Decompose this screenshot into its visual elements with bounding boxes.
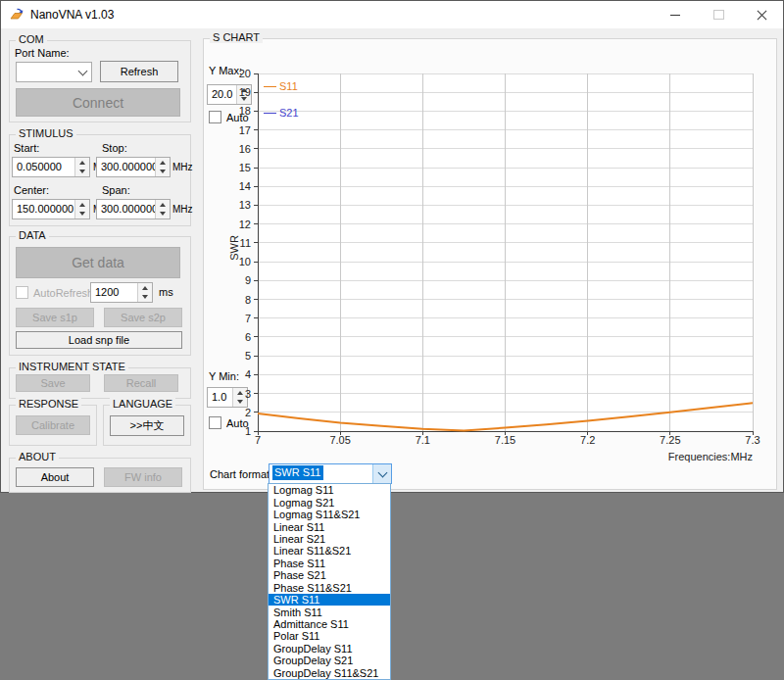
- y-min-spinner[interactable]: 1.0: [207, 387, 248, 408]
- close-icon: [757, 10, 767, 21]
- save-state-button[interactable]: Save: [16, 374, 90, 392]
- y-axis-tick-label: 14: [239, 180, 251, 192]
- refresh-button[interactable]: Refresh: [100, 61, 178, 82]
- chart-format-option[interactable]: Phase S11&S21: [269, 582, 390, 594]
- y-min-auto-checkbox[interactable]: Auto: [209, 416, 249, 429]
- stop-unit-label: MHz: [172, 162, 193, 172]
- legend-line-icon: [264, 113, 276, 114]
- center-spinner[interactable]: 150.000000: [12, 199, 90, 219]
- chart-format-option[interactable]: GroupDelay S11: [269, 643, 390, 655]
- y-axis-tick-label: 10: [239, 256, 251, 267]
- chevron-down-icon[interactable]: [372, 464, 391, 483]
- spin-down-icon[interactable]: [156, 210, 170, 219]
- y-axis-tick-label: 8: [245, 294, 251, 306]
- spin-down-icon[interactable]: [138, 293, 152, 303]
- save-s2p-button[interactable]: Save s2p: [104, 308, 182, 327]
- y-min-value: 1.0: [208, 388, 232, 407]
- data-group: DATA Get data AutoRefresh 1200 ms Save s…: [9, 236, 191, 356]
- span-value: 300.000000: [97, 200, 155, 219]
- chart-format-option[interactable]: SWR S11: [269, 594, 390, 606]
- y-max-label: Y Max:: [209, 65, 242, 76]
- center-label: Center:: [14, 184, 49, 196]
- chart-format-option[interactable]: Logmag S11: [269, 484, 390, 496]
- minimize-icon: [670, 15, 680, 16]
- spin-up-icon[interactable]: [156, 158, 170, 168]
- spin-up-icon[interactable]: [138, 283, 152, 293]
- legend-item-S21: S21: [264, 106, 299, 120]
- recall-button[interactable]: Recall: [104, 374, 178, 392]
- y-axis-tick-label: 5: [245, 350, 251, 362]
- spin-up-icon[interactable]: [75, 200, 89, 210]
- app-icon: [9, 7, 24, 23]
- legend-line-icon: [264, 86, 276, 87]
- interval-spinner[interactable]: 1200: [90, 282, 153, 303]
- get-data-button[interactable]: Get data: [16, 247, 180, 278]
- legend-label: S21: [279, 107, 299, 119]
- chart-format-option[interactable]: Linear S21: [269, 533, 390, 545]
- chart-format-option[interactable]: Logmag S11&S21: [269, 509, 390, 520]
- x-axis-tick-label: 7.25: [660, 434, 680, 446]
- response-group-title: RESPONSE: [16, 398, 81, 410]
- x-axis-tick-label: 7.2: [580, 434, 595, 446]
- close-button[interactable]: [740, 1, 783, 28]
- about-button[interactable]: About: [16, 467, 94, 487]
- connect-button[interactable]: Connect: [16, 88, 180, 117]
- chart-format-option[interactable]: Phase S21: [269, 569, 390, 581]
- minimize-button[interactable]: [654, 1, 697, 28]
- calibrate-button[interactable]: Calibrate: [16, 415, 90, 435]
- y-axis-tick-label: 19: [239, 86, 251, 98]
- chart-format-option[interactable]: Linear S11&S21: [269, 545, 390, 557]
- chart-format-label: Chart format:: [210, 468, 272, 480]
- spin-up-icon[interactable]: [156, 200, 170, 210]
- fw-info-button[interactable]: FW info: [104, 467, 182, 487]
- spin-down-icon[interactable]: [75, 168, 89, 177]
- chart-format-option[interactable]: Phase S11: [269, 558, 390, 569]
- chart-format-option[interactable]: Smith S11: [269, 606, 390, 617]
- y-axis-tick-label: 13: [239, 199, 251, 211]
- titlebar[interactable]: NanoVNA v1.03: [1, 1, 783, 28]
- y-axis-tick-label: 2: [245, 407, 251, 418]
- y-axis-tick-label: 18: [239, 105, 251, 117]
- y-axis-tick-label: 3: [245, 388, 251, 400]
- center-value: 150.000000: [13, 200, 74, 219]
- checkbox-icon: [209, 111, 221, 123]
- y-axis-tick-label: 1: [245, 425, 251, 437]
- chart-format-option[interactable]: GroupDelay S21: [269, 655, 390, 666]
- y-axis-title: SWR: [228, 228, 240, 267]
- swr-chart-plot: 1234567891011121314151617181920 77.057.1…: [258, 73, 753, 431]
- maximize-button[interactable]: [697, 1, 740, 28]
- start-spinner[interactable]: 0.050000: [12, 157, 90, 177]
- save-s1p-button[interactable]: Save s1p: [16, 308, 94, 327]
- x-axis-tick-label: 7: [255, 434, 261, 446]
- spin-down-icon[interactable]: [156, 168, 170, 177]
- spin-up-icon[interactable]: [75, 158, 89, 168]
- chart-format-option[interactable]: Polar S11: [269, 630, 390, 642]
- spin-down-icon[interactable]: [75, 210, 89, 219]
- chart-format-option[interactable]: GroupDelay S11&S21: [269, 667, 390, 679]
- about-group: ABOUT About FW info: [9, 458, 191, 493]
- stop-spinner[interactable]: 300.000000: [96, 157, 171, 177]
- chart-format-option[interactable]: Logmag S21: [269, 496, 390, 508]
- interval-value: 1200: [91, 283, 137, 302]
- com-group-title: COM: [16, 33, 47, 45]
- s-chart-group: S CHART Y Max: 20.0 Auto Y Min: 1.0 Auto: [203, 38, 777, 490]
- chart-format-combobox[interactable]: SWR S11: [269, 463, 392, 484]
- port-name-combobox[interactable]: [16, 62, 92, 82]
- chart-format-dropdown-list: Logmag S11Logmag S21Logmag S11&S21Linear…: [268, 483, 391, 680]
- load-snp-file-button[interactable]: Load snp file: [16, 331, 182, 349]
- autorefresh-checkbox[interactable]: AutoRefresh: [16, 286, 93, 299]
- chart-format-option[interactable]: Admittance S11: [269, 618, 390, 630]
- x-axis-tick-label: 7.15: [495, 434, 515, 446]
- chinese-language-button[interactable]: >>中文: [110, 415, 184, 436]
- chart-format-option[interactable]: Linear S11: [269, 520, 390, 532]
- y-axis-tick-label: 17: [239, 124, 251, 136]
- chart-format-value: SWR S11: [272, 465, 323, 480]
- instrument-state-group-title: INSTRUMENT STATE: [16, 361, 128, 372]
- x-axis-tick-label: 7.05: [329, 434, 350, 446]
- data-group-title: DATA: [16, 229, 49, 241]
- start-label: Start:: [14, 142, 39, 154]
- y-axis-tick-label: 11: [240, 237, 251, 249]
- y-axis-tick-label: 7: [245, 313, 251, 324]
- span-spinner[interactable]: 300.000000: [96, 199, 171, 219]
- y-axis-tick-label: 20: [239, 68, 251, 79]
